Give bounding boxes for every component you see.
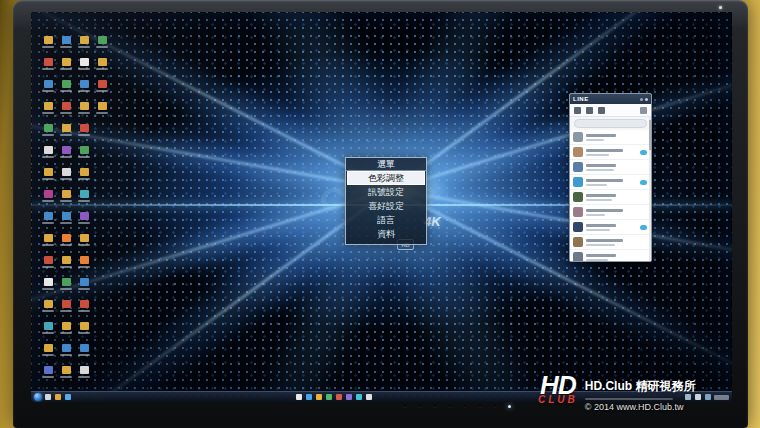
chat-list-item[interactable] [570,130,651,145]
monitor-button[interactable] [418,404,422,408]
desktop-icon[interactable] [39,212,57,234]
scrollbar-thumb[interactable] [649,120,651,150]
desktop-icon[interactable] [57,278,75,300]
monitor-button[interactable] [433,404,437,408]
desktop-icon[interactable] [75,344,93,366]
desktop-icon[interactable] [93,36,111,58]
desktop-icon[interactable] [75,322,93,344]
desktop-icon[interactable] [75,190,93,212]
desktop-icon[interactable] [75,80,93,102]
start-button[interactable] [34,393,42,401]
taskbar-icon[interactable] [336,394,342,400]
desktop-icon[interactable] [93,102,111,124]
desktop-icon[interactable] [57,190,75,212]
chat-list-item[interactable] [570,160,651,175]
monitor-button[interactable] [493,404,497,408]
chats-icon[interactable] [586,107,593,114]
desktop-icon-label [60,134,72,136]
desktop-icon[interactable] [57,36,75,58]
desktop-icon[interactable] [57,168,75,190]
desktop-icon[interactable] [39,80,57,102]
desktop-icon[interactable] [75,124,93,146]
chat-list-item[interactable] [570,175,651,190]
monitor-button[interactable] [463,404,467,408]
taskbar-icon[interactable] [695,394,701,400]
taskbar-icon[interactable] [296,394,302,400]
friends-icon[interactable] [574,107,581,114]
desktop-icon[interactable] [57,124,75,146]
desktop-icon-image [62,212,71,220]
osd-item[interactable]: 色彩調整 [347,171,425,185]
osd-item[interactable]: 喜好設定 [347,199,425,213]
desktop-icon[interactable] [57,300,75,322]
desktop-icon[interactable] [39,278,57,300]
monitor-button[interactable] [478,404,482,408]
desktop-icon[interactable] [57,102,75,124]
desktop-icon[interactable] [75,168,93,190]
desktop-icon[interactable] [57,80,75,102]
desktop-icon[interactable] [75,212,93,234]
add-friend-icon[interactable] [598,107,605,114]
scrollbar[interactable] [649,117,651,261]
taskbar-icon[interactable] [705,394,711,400]
desktop-icon[interactable] [39,234,57,256]
desktop-icon[interactable] [75,36,93,58]
osd-item[interactable]: 語言 [347,213,425,227]
desktop-icon[interactable] [75,300,93,322]
desktop-icon[interactable] [39,344,57,366]
desktop-icon[interactable] [39,300,57,322]
desktop-icon[interactable] [75,146,93,168]
taskbar-icon[interactable] [306,394,312,400]
desktop-icon[interactable] [75,102,93,124]
desktop-icon[interactable] [39,102,57,124]
desktop-icon[interactable] [39,124,57,146]
close-icon[interactable] [645,98,648,101]
desktop-icon[interactable] [57,146,75,168]
minimize-icon[interactable] [640,98,643,101]
desktop-icon[interactable] [57,212,75,234]
desktop-icon[interactable] [57,58,75,80]
desktop-icon[interactable] [57,234,75,256]
desktop-icon[interactable] [39,190,57,212]
osd-item[interactable]: 資料 [347,227,425,241]
desktop-icon[interactable] [39,322,57,344]
taskbar-icon[interactable] [356,394,362,400]
desktop-icon[interactable] [39,36,57,58]
chat-list-item[interactable] [570,250,651,262]
taskbar-icon[interactable] [346,394,352,400]
chat-list-item[interactable] [570,190,651,205]
monitor-button[interactable] [403,404,407,408]
search-input[interactable] [574,119,647,128]
desktop-icon[interactable] [93,58,111,80]
settings-icon[interactable] [640,107,647,114]
osd-item[interactable]: 訊號設定 [347,185,425,199]
line-titlebar[interactable]: LINE [570,94,651,104]
chat-list-item[interactable] [570,220,651,235]
taskbar-icon[interactable] [55,394,61,400]
taskbar-icon[interactable] [316,394,322,400]
desktop-icon[interactable] [39,58,57,80]
taskbar-icon[interactable] [366,394,372,400]
monitor-button[interactable] [448,404,452,408]
desktop-icon[interactable] [75,278,93,300]
desktop-icon[interactable] [93,80,111,102]
taskbar-icon[interactable] [65,394,71,400]
chat-list-item[interactable] [570,145,651,160]
desktop-icon[interactable] [39,146,57,168]
desktop-icon[interactable] [57,322,75,344]
desktop-icon[interactable] [57,344,75,366]
taskbar-icon[interactable] [45,394,51,400]
desktop-icon[interactable] [39,168,57,190]
desktop-icon[interactable] [57,366,75,388]
desktop-icon[interactable] [75,234,93,256]
desktop-icon[interactable] [75,366,93,388]
desktop-icon[interactable] [39,256,57,278]
desktop-icon[interactable] [75,256,93,278]
chat-list-item[interactable] [570,205,651,220]
desktop-icon[interactable] [39,366,57,388]
taskbar-clock[interactable] [714,395,729,400]
desktop-icon[interactable] [57,256,75,278]
taskbar-icon[interactable] [326,394,332,400]
desktop-icon[interactable] [75,58,93,80]
chat-list-item[interactable] [570,235,651,250]
